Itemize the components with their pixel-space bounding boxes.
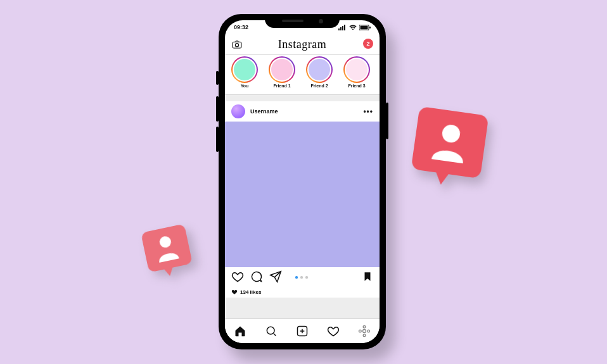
- feed-gap: [225, 95, 380, 101]
- person-icon: [141, 223, 193, 272]
- svg-point-0: [441, 123, 461, 144]
- signal-icon: [338, 25, 347, 30]
- svg-rect-7: [361, 25, 368, 29]
- likes-row[interactable]: 134 likes: [225, 286, 380, 298]
- svg-point-1: [158, 235, 172, 249]
- stories-tray[interactable]: You Friend 1 Friend 2 Friend 3 F: [225, 55, 380, 95]
- wifi-icon: [349, 25, 357, 30]
- heart-icon: [231, 289, 238, 295]
- story-label: Friend 3: [348, 84, 365, 88]
- home-icon[interactable]: [234, 325, 246, 337]
- phone-device: 09:32: [219, 14, 386, 349]
- svg-point-11: [267, 327, 275, 334]
- svg-point-14: [363, 326, 366, 329]
- svg-point-15: [363, 334, 366, 337]
- post-more-button[interactable]: •••: [363, 107, 373, 116]
- power-button: [386, 103, 388, 139]
- story-label: You: [241, 84, 249, 88]
- profile-icon[interactable]: [358, 325, 371, 337]
- status-time: 09:32: [234, 24, 248, 30]
- person-icon: [411, 106, 489, 179]
- story-friend-3[interactable]: Friend 3: [340, 56, 374, 94]
- svg-rect-8: [369, 27, 371, 28]
- svg-point-17: [367, 330, 369, 332]
- follower-bubble-large: [411, 106, 489, 179]
- battery-icon: [359, 25, 371, 30]
- svg-point-13: [362, 330, 366, 333]
- volume-down-button: [216, 127, 219, 152]
- bottom-nav: [225, 318, 380, 343]
- feed-spacer: [225, 298, 380, 318]
- post-actions: ●●●: [225, 267, 380, 286]
- likes-count: 134 likes: [240, 289, 261, 295]
- story-you[interactable]: You: [227, 56, 262, 94]
- app-logo: Instagram: [225, 38, 380, 51]
- post-avatar[interactable]: [231, 104, 245, 118]
- story-label: Friend 1: [273, 84, 290, 88]
- screen: 09:32: [225, 20, 380, 343]
- svg-rect-5: [344, 25, 345, 30]
- post-username[interactable]: Username: [250, 108, 278, 115]
- post-image[interactable]: [225, 122, 380, 267]
- story-friend-1[interactable]: Friend 1: [265, 56, 299, 94]
- new-post-icon[interactable]: [296, 325, 309, 337]
- svg-rect-2: [338, 28, 340, 30]
- story-friend-4[interactable]: F: [377, 56, 380, 94]
- follower-bubble-small: [141, 223, 193, 272]
- search-icon[interactable]: [265, 325, 278, 337]
- story-friend-2[interactable]: Friend 2: [302, 56, 336, 94]
- svg-rect-4: [342, 26, 343, 30]
- svg-rect-3: [340, 27, 342, 30]
- notification-badge[interactable]: 2: [363, 39, 373, 49]
- carousel-dots: ●●●: [225, 273, 380, 280]
- notch: [265, 14, 340, 28]
- activity-icon[interactable]: [327, 325, 340, 337]
- svg-point-16: [359, 330, 361, 332]
- mute-switch: [216, 71, 219, 85]
- app-header: Instagram 2: [225, 34, 380, 55]
- post-header: Username •••: [225, 101, 380, 122]
- story-label: Friend 2: [310, 84, 328, 88]
- volume-up-button: [216, 96, 219, 122]
